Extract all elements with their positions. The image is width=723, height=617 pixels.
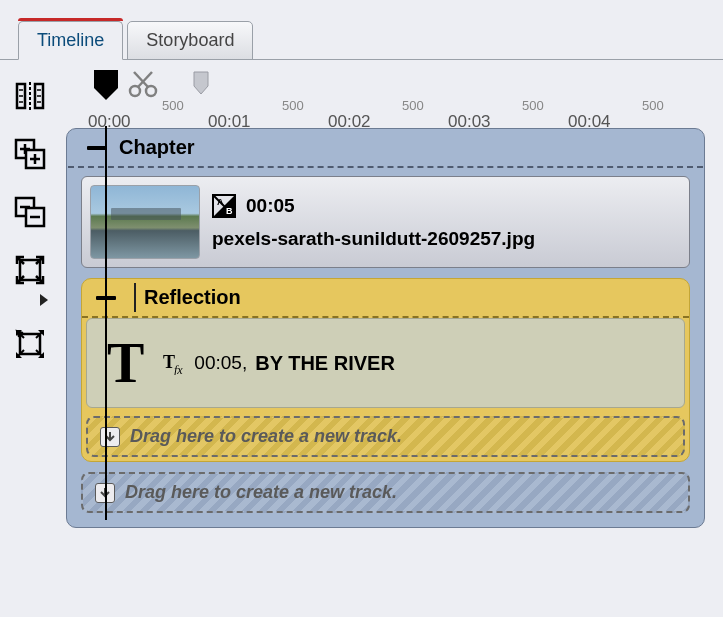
down-arrow-icon <box>95 483 115 503</box>
collapse-icon[interactable] <box>87 146 107 150</box>
media-duration: 00:05 <box>246 195 295 217</box>
crop-out-icon <box>14 328 46 360</box>
tab-storyboard[interactable]: Storyboard <box>127 21 253 60</box>
text-clip[interactable]: T Tfx 00:05, BY THE RIVER <box>86 318 685 408</box>
dropzone-reflection[interactable]: Drag here to create a new track. <box>86 416 685 457</box>
transition-icon: ABB <box>212 194 236 218</box>
text-clip-duration: 00:05, <box>194 352 247 374</box>
chapter-track[interactable]: Chapter ABB 00:05 pexels-sarath-sunildut… <box>66 128 705 528</box>
ruler-minor-3: 500 <box>522 98 544 113</box>
svg-text:fx: fx <box>174 363 183 375</box>
collapse-icon[interactable] <box>96 296 116 300</box>
reflection-title: Reflection <box>144 286 241 309</box>
timeline-ruler[interactable]: 00:00 500 00:01 500 00:02 500 00:03 500 … <box>66 68 705 128</box>
svg-text:A: A <box>217 197 224 207</box>
crop-submenu-arrow[interactable] <box>40 294 48 306</box>
ruler-minor-0: 500 <box>162 98 184 113</box>
split-clip-button[interactable] <box>12 78 48 114</box>
text-effect-icon: Tfx <box>162 351 186 375</box>
timeline-toolbar <box>0 60 60 617</box>
tab-timeline[interactable]: Timeline <box>18 21 123 60</box>
down-arrow-icon <box>100 427 120 447</box>
zoom-out-icon <box>14 196 46 228</box>
dropzone-chapter[interactable]: Drag here to create a new track. <box>81 472 690 513</box>
media-thumbnail <box>90 185 200 259</box>
zoom-in-icon <box>14 138 46 170</box>
text-clip-title: BY THE RIVER <box>255 352 395 375</box>
playhead-icon[interactable] <box>92 68 120 102</box>
svg-point-26 <box>146 86 156 96</box>
chapter-title: Chapter <box>119 136 195 159</box>
ruler-minor-4: 500 <box>642 98 664 113</box>
reflection-track[interactable]: Reflection T Tfx 00:05, BY THE RIVER Dra <box>81 278 690 462</box>
ruler-minor-1: 500 <box>282 98 304 113</box>
crop-in-button[interactable] <box>12 252 48 288</box>
chapter-header[interactable]: Chapter <box>81 129 690 166</box>
dropzone-text: Drag here to create a new track. <box>125 482 397 503</box>
split-clip-icon <box>14 80 46 112</box>
marker-icon[interactable] <box>186 70 216 98</box>
tab-bar: Timeline Storyboard <box>0 0 723 60</box>
text-type-icon: T <box>107 335 144 391</box>
svg-text:B: B <box>226 206 233 216</box>
reflection-header[interactable]: Reflection <box>82 279 689 316</box>
ruler-minor-2: 500 <box>402 98 424 113</box>
dropzone-text: Drag here to create a new track. <box>130 426 402 447</box>
media-clip[interactable]: ABB 00:05 pexels-sarath-sunildutt-260925… <box>81 176 690 268</box>
zoom-in-button[interactable] <box>12 136 48 172</box>
media-filename: pexels-sarath-sunildutt-2609257.jpg <box>212 228 535 250</box>
zoom-out-button[interactable] <box>12 194 48 230</box>
svg-point-25 <box>130 86 140 96</box>
crop-in-icon <box>14 254 46 286</box>
scissors-icon[interactable] <box>128 70 158 98</box>
crop-out-button[interactable] <box>12 326 48 362</box>
